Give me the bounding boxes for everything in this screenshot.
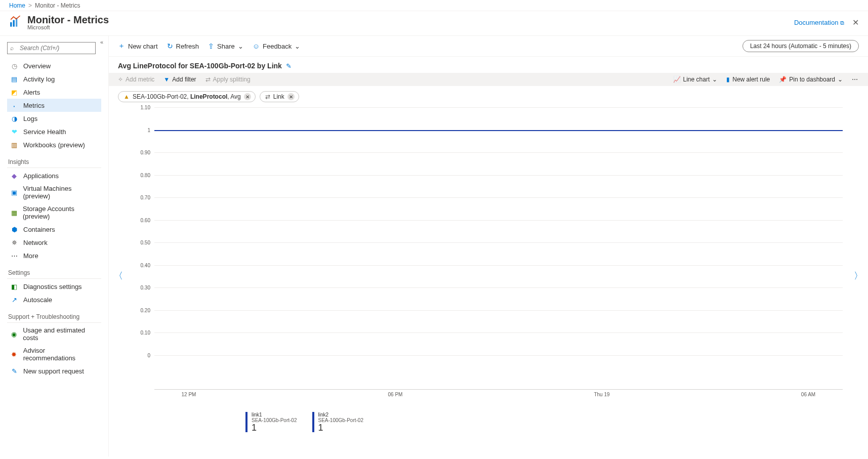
- y-tick-label: 0.70: [136, 195, 150, 200]
- chevron-down-icon: ⌄: [238, 43, 243, 50]
- nav-label: New support request: [23, 367, 84, 375]
- sidebar-item-logs[interactable]: ◑Logs: [7, 112, 101, 125]
- nav-icon: ⬢: [10, 225, 18, 233]
- close-icon[interactable]: ✕: [852, 18, 859, 27]
- share-icon: ⇪: [208, 42, 214, 50]
- section-insights: Insights: [8, 158, 101, 165]
- more-options-button[interactable]: ⋯: [852, 76, 859, 83]
- split-icon: ⇄: [205, 76, 211, 83]
- sidebar-item-usage-and-estimated-costs[interactable]: ◉Usage and estimated costs: [7, 324, 101, 344]
- sidebar-item-autoscale[interactable]: ↗Autoscale: [7, 293, 101, 306]
- legend-series-resource: SEA-100Gb-Port-02: [318, 418, 364, 423]
- chart-type-button[interactable]: 📈Line chart ⌄: [673, 76, 718, 83]
- documentation-link[interactable]: Documentation ⧉: [794, 19, 844, 26]
- nav-label: More: [23, 252, 38, 260]
- sidebar-item-containers[interactable]: ⬢Containers: [7, 223, 101, 236]
- sidebar-item-more[interactable]: ⋯More: [7, 249, 101, 262]
- search-input[interactable]: [7, 42, 96, 54]
- chart-next-icon[interactable]: 〉: [852, 268, 865, 284]
- remove-pill-icon[interactable]: ✕: [287, 93, 295, 100]
- nav-icon: ⋯: [10, 252, 18, 260]
- nav-icon: ⬪: [10, 101, 18, 109]
- svg-rect-0: [10, 22, 12, 27]
- sidebar-item-overview[interactable]: ◷Overview: [7, 59, 101, 72]
- remove-pill-icon[interactable]: ✕: [244, 93, 251, 100]
- nav-icon: ❤: [10, 128, 18, 136]
- add-metric-button[interactable]: ✧Add metric: [118, 76, 154, 83]
- sidebar-item-network[interactable]: ✵Network: [7, 236, 101, 249]
- legend-item[interactable]: link2 SEA-100Gb-Port-02 1: [312, 412, 364, 432]
- nav-icon: ↗: [10, 296, 18, 304]
- y-tick-label: 0.50: [136, 240, 150, 245]
- nav-label: Applications: [23, 172, 59, 180]
- split-pill-icon: ⇄: [265, 93, 270, 100]
- edit-title-icon[interactable]: ✎: [286, 62, 292, 70]
- chevron-down-icon: ⌄: [712, 76, 717, 83]
- sidebar-item-new-support-request[interactable]: ✎New support request: [7, 364, 101, 378]
- chart-plot-area: 1.1010.900.800.700.600.500.400.300.200.1…: [139, 107, 843, 355]
- y-tick-label: 0: [136, 353, 150, 358]
- sidebar-item-service-health[interactable]: ❤Service Health: [7, 125, 101, 138]
- time-range-picker[interactable]: Last 24 hours (Automatic - 5 minutes): [742, 40, 859, 52]
- y-tick-label: 1.10: [136, 105, 150, 110]
- sidebar: « ⌕ ◷Overview▤Activity log◩Alerts⬪Metric…: [0, 36, 109, 456]
- collapse-sidebar-icon[interactable]: «: [100, 39, 103, 45]
- feedback-button[interactable]: ☺Feedback ⌄: [253, 42, 300, 50]
- legend-series-name: link1: [252, 412, 297, 418]
- nav-icon: ◉: [10, 330, 18, 338]
- chart-x-axis: 12 PM06 PMThu 1906 AM: [154, 389, 843, 398]
- monitor-icon: [9, 16, 22, 29]
- x-tick-label: 06 PM: [388, 392, 403, 397]
- sidebar-item-advisor-recommendations[interactable]: ✸Advisor recommendations: [7, 344, 101, 364]
- y-tick-label: 0.10: [136, 330, 150, 336]
- apply-splitting-button[interactable]: ⇄Apply splitting: [205, 76, 251, 83]
- nav-icon: ◷: [10, 62, 18, 70]
- search-icon: ⌕: [10, 45, 14, 52]
- x-tick-label: Thu 19: [594, 392, 609, 397]
- legend-series-value: 1: [318, 423, 364, 432]
- nav-label: Storage Accounts (preview): [23, 205, 98, 220]
- content-pane: ＋New chart ↻Refresh ⇪Share ⌄ ☺Feedback ⌄…: [109, 36, 868, 456]
- nav-icon: ▥: [10, 141, 18, 149]
- new-chart-button[interactable]: ＋New chart: [118, 41, 158, 51]
- share-button[interactable]: ⇪Share ⌄: [208, 42, 243, 50]
- nav-icon: ▤: [10, 75, 18, 83]
- x-tick-label: 06 AM: [801, 392, 815, 397]
- chart-toolbar: ✧Add metric ▼Add filter ⇄Apply splitting…: [109, 73, 868, 86]
- metric-pill[interactable]: ▲ SEA-100Gb-Port-02, LineProtocol, Avg ✕: [118, 91, 256, 102]
- alert-icon: ▮: [726, 76, 730, 83]
- sidebar-item-virtual-machines-preview-[interactable]: ▣Virtual Machines (preview): [7, 182, 101, 202]
- add-filter-button[interactable]: ▼Add filter: [163, 76, 196, 83]
- sidebar-item-alerts[interactable]: ◩Alerts: [7, 86, 101, 99]
- nav-icon: ◩: [10, 88, 18, 96]
- x-tick-label: 12 PM: [182, 392, 196, 397]
- chevron-down-icon: ⌄: [838, 76, 843, 83]
- nav-label: Service Health: [23, 128, 66, 136]
- breadcrumb-home[interactable]: Home: [9, 2, 25, 9]
- breadcrumb-current: Monitor - Metrics: [35, 2, 80, 9]
- content-toolbar: ＋New chart ↻Refresh ⇪Share ⌄ ☺Feedback ⌄…: [109, 36, 868, 57]
- sidebar-item-storage-accounts-preview-[interactable]: ▦Storage Accounts (preview): [7, 202, 101, 223]
- sidebar-item-diagnostics-settings[interactable]: ◧Diagnostics settings: [7, 280, 101, 293]
- new-alert-button[interactable]: ▮New alert rule: [726, 76, 770, 83]
- breadcrumb: Home > Monitor - Metrics: [0, 0, 868, 11]
- nav-icon: ▣: [10, 188, 18, 196]
- nav-icon: ✸: [10, 350, 18, 358]
- legend-item[interactable]: link1 SEA-100Gb-Port-02 1: [245, 412, 297, 432]
- sidebar-item-activity-log[interactable]: ▤Activity log: [7, 72, 101, 86]
- y-tick-label: 0.40: [136, 262, 150, 268]
- chart-prev-icon[interactable]: 〈: [112, 268, 125, 284]
- nav-label: Containers: [23, 226, 55, 233]
- split-pill[interactable]: ⇄ Link ✕: [260, 91, 299, 102]
- nav-label: Network: [23, 239, 48, 246]
- sidebar-item-applications[interactable]: ◆Applications: [7, 169, 101, 182]
- nav-label: Alerts: [23, 89, 40, 96]
- legend-color-bar: [312, 412, 314, 432]
- sidebar-item-metrics[interactable]: ⬪Metrics: [7, 99, 101, 112]
- refresh-button[interactable]: ↻Refresh: [167, 42, 199, 50]
- refresh-icon: ↻: [167, 42, 173, 50]
- legend-series-name: link2: [318, 412, 364, 418]
- sidebar-item-workbooks-preview-[interactable]: ▥Workbooks (preview): [7, 138, 101, 151]
- pin-dashboard-button[interactable]: 📌Pin to dashboard ⌄: [779, 76, 843, 83]
- y-tick-label: 0.90: [136, 150, 150, 155]
